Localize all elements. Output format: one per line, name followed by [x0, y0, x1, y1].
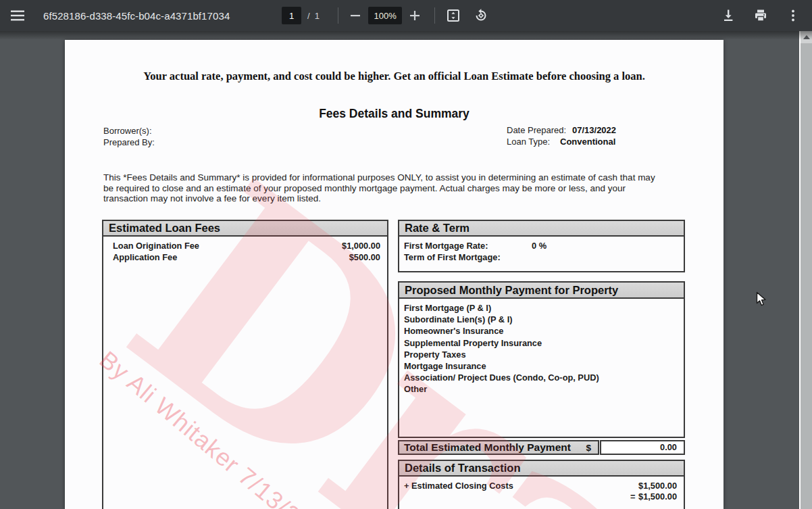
details-of-transaction-title: Details of Transaction [399, 461, 684, 477]
rate-term-box: Rate & Term First Mortgage Rate: 0 % Ter… [398, 220, 685, 272]
zoom-level[interactable]: 100% [368, 7, 402, 24]
fee-row: Loan Origination Fee $1,000.00 [113, 240, 380, 251]
intro-paragraph: This *Fees Details and Summary* is provi… [103, 172, 656, 204]
toolbar-page-controls: 1 / 1 100% [282, 0, 493, 31]
mouse-cursor [756, 291, 767, 307]
zoom-out-button[interactable] [343, 3, 367, 28]
fit-page-button[interactable] [441, 3, 465, 28]
pdf-viewport: Your actual rate, payment, and cost coul… [0, 31, 812, 509]
plus-icon [409, 10, 420, 21]
equals-sign: = [630, 491, 635, 502]
prepared-by-label: Prepared By: [103, 137, 155, 148]
transaction-value: $1,500.00 [638, 480, 677, 491]
rate-row: Term of First Mortgage: [404, 251, 677, 263]
document-title: 6f528186-d338-45fc-b04c-a4371bf17034 [43, 10, 230, 22]
kebab-menu-icon [787, 8, 799, 23]
scrollbar-thumb[interactable] [801, 43, 812, 509]
rate-value: 0 % [532, 240, 547, 251]
toolbar-divider [338, 7, 338, 24]
toolbar-divider [434, 7, 435, 24]
fee-label: Application Fee [113, 251, 177, 263]
fee-value: $1,000.00 [342, 240, 380, 251]
transaction-row: = $1,500.00 [399, 491, 684, 503]
rate-row: First Mortgage Rate: 0 % [404, 240, 677, 251]
total-label: Total Estimated Monthly Payment [404, 441, 571, 453]
rotate-button[interactable] [469, 3, 493, 28]
list-item: Subordinate Lien(s) (P & I) [404, 314, 677, 325]
list-item: Association/ Project Dues (Condo, Co-op,… [404, 372, 677, 383]
fee-row: Application Fee $500.00 [113, 251, 380, 263]
minus-icon [350, 10, 361, 21]
zoom-in-button[interactable] [403, 3, 427, 28]
proposed-items-list: First Mortgage (P & I) Subordinate Lien(… [399, 299, 684, 395]
download-icon [721, 8, 736, 23]
menu-button[interactable] [5, 3, 30, 28]
meta-right: Date Prepared: 07/13/2022 Loan Type: Con… [507, 125, 709, 149]
proposed-monthly-payment-box: Proposed Monthly Payment for Property Fi… [398, 281, 685, 438]
scrollbar[interactable] [799, 31, 812, 509]
scroll-up-button[interactable] [801, 31, 812, 43]
fee-value: $500.00 [349, 251, 380, 263]
pdf-page: Your actual rate, payment, and cost coul… [65, 40, 724, 509]
disclaimer-line: Your actual rate, payment, and cost coul… [65, 70, 724, 83]
toolbar-shadow [0, 31, 812, 40]
scroll-up-icon [803, 35, 810, 39]
toolbar-actions [716, 3, 805, 28]
transaction-label: + Estimated Closing Costs [404, 480, 513, 491]
hamburger-icon [11, 10, 24, 21]
page-number-input[interactable]: 1 [282, 7, 301, 24]
estimated-loan-fees-box: Estimated Loan Fees Loan Origination Fee… [102, 220, 388, 509]
total-value: 0.00 [600, 440, 685, 455]
rate-label: First Mortgage Rate: [404, 241, 488, 251]
total-currency: $ [586, 442, 591, 454]
list-item: Supplemental Property Insurance [404, 337, 677, 349]
list-item: Homeowner's Insurance [404, 325, 677, 337]
date-prepared-value: 07/13/2022 [572, 125, 616, 135]
total-label-cell: Total Estimated Monthly Payment $ [398, 440, 599, 455]
fit-page-icon [446, 8, 461, 23]
download-button[interactable] [716, 3, 740, 28]
loan-type-label: Loan Type: [507, 137, 550, 147]
list-item: Mortgage Insurance [404, 360, 677, 372]
print-button[interactable] [748, 3, 773, 28]
transaction-value: $1,500.00 [638, 491, 677, 502]
loan-type-value: Conventional [560, 137, 615, 147]
details-of-transaction-box: Details of Transaction + Estimated Closi… [398, 460, 685, 509]
rate-label: Term of First Mortgage: [404, 252, 501, 262]
borrowers-label: Borrower(s): [103, 125, 155, 137]
list-item: First Mortgage (P & I) [404, 302, 677, 314]
more-options-button[interactable] [781, 3, 805, 28]
print-icon [753, 8, 768, 23]
date-prepared-label: Date Prepared: [507, 125, 566, 135]
meta-left: Borrower(s): Prepared By: [103, 125, 155, 149]
list-item: Property Taxes [404, 349, 677, 360]
list-item: Other [404, 383, 677, 395]
estimated-loan-fees-title: Estimated Loan Fees [103, 221, 387, 237]
page-count-label: / 1 [307, 11, 320, 21]
total-monthly-payment-row: Total Estimated Monthly Payment $ 0.00 [398, 440, 685, 455]
fee-label: Loan Origination Fee [113, 240, 199, 251]
transaction-row: + Estimated Closing Costs $1,500.00 [399, 480, 684, 491]
proposed-monthly-title: Proposed Monthly Payment for Property [399, 283, 684, 299]
rate-term-title: Rate & Term [399, 221, 684, 237]
pdf-toolbar: 6f528186-d338-45fc-b04c-a4371bf17034 1 /… [0, 0, 812, 31]
rotate-ccw-icon [474, 8, 488, 23]
form-title: Fees Details and Summary [65, 107, 724, 121]
